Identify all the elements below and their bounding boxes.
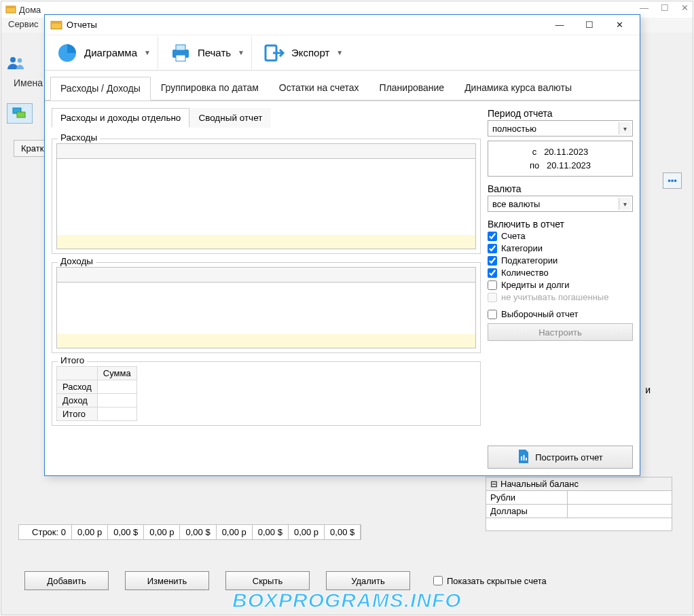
currency-label: Валюта (488, 183, 633, 194)
collapse-icon[interactable]: ⊟ (490, 479, 498, 489)
checkbox-label: Категории (501, 243, 543, 253)
to-label: по (530, 160, 539, 170)
export-button[interactable]: Экспорт ▼ (256, 37, 350, 69)
chevron-down-icon: ▾ (619, 122, 631, 134)
sub-tabbar: Расходы и доходы отдельно Сводный отчет (52, 108, 481, 128)
report-icon (517, 450, 530, 465)
bg-window-controls: — ☐ ✕ (640, 3, 689, 13)
balance-currency-label: Доллары (486, 505, 568, 518)
print-label: Печать (198, 47, 231, 58)
ribbon-toolbar: Диаграмма ▼ Печать ▼ Экспорт ▼ (45, 35, 640, 71)
totals-table: Сумма Расход Доход Итого (56, 366, 137, 421)
check-categories[interactable]: Категории (488, 243, 633, 253)
hide-button[interactable]: Скрыть (225, 571, 310, 590)
checkbox-input[interactable] (488, 310, 497, 319)
names-button[interactable]: Имена (7, 75, 50, 91)
checkbox-input[interactable] (488, 232, 497, 241)
check-quantity[interactable]: Количество (488, 268, 633, 278)
build-report-label: Построить отчет (535, 452, 603, 463)
svg-rect-9 (176, 45, 185, 50)
from-date: 20.11.2023 (544, 147, 588, 157)
selective-report-checkbox[interactable]: Выборочный отчет (488, 309, 633, 319)
main-tabbar: Расходы / Доходы Группировка по датам Ос… (45, 71, 640, 101)
tab-expenses-income[interactable]: Расходы / Доходы (50, 77, 151, 101)
checkbox-label: Подкатегории (501, 255, 558, 266)
checkbox-input[interactable] (433, 576, 443, 585)
bg-maximize-icon[interactable]: ☐ (661, 3, 669, 13)
export-label: Экспорт (291, 47, 329, 58)
chart-label: Диаграмма (84, 47, 137, 58)
income-legend: Доходы (58, 256, 96, 266)
svg-rect-13 (524, 455, 525, 460)
period-select[interactable]: полностью ▾ (488, 120, 633, 137)
tab-planning[interactable]: Планирование (369, 76, 455, 100)
grid-body (57, 283, 475, 348)
close-button[interactable]: ✕ (604, 16, 634, 35)
add-button[interactable]: Добавить (24, 571, 109, 590)
print-button[interactable]: Печать ▼ (162, 37, 252, 69)
bg-left-panel: Имена (7, 56, 50, 91)
subtab-separate[interactable]: Расходы и доходы отдельно (52, 108, 189, 128)
checkbox-input[interactable] (488, 280, 497, 290)
checkbox-input[interactable] (488, 244, 497, 253)
footer-cell: 0,00 $ (108, 525, 144, 539)
footer-cell: 0,00 $ (180, 525, 216, 539)
currency-select[interactable]: все валюты ▾ (488, 196, 633, 212)
summary-footer-grid: Строк: 0 0,00 р 0,00 $ 0,00 р 0,00 $ 0,0… (18, 524, 361, 540)
maximize-button[interactable]: ☐ (574, 16, 604, 35)
edit-button[interactable]: Изменить (125, 571, 209, 590)
checkbox-input[interactable] (488, 256, 497, 266)
income-grid[interactable] (56, 267, 476, 348)
tab-account-balances[interactable]: Остатки на счетах (269, 76, 369, 100)
side-fragment: и (645, 384, 651, 395)
reports-title: Отчеты (67, 20, 97, 30)
balance-currency-label: Рубли (486, 491, 568, 504)
chart-button[interactable]: Диаграмма ▼ (49, 37, 158, 69)
expenses-grid[interactable] (56, 143, 476, 249)
svg-point-2 (10, 57, 16, 62)
footer-cell: 0,00 р (144, 525, 180, 539)
period-value: полностью (492, 124, 536, 134)
period-label: Период отчета (488, 108, 633, 119)
menu-service[interactable]: Сервис (8, 19, 39, 29)
check-accounts[interactable]: Счета (488, 231, 633, 241)
bg-close-icon[interactable]: ✕ (681, 3, 689, 13)
view-mode-button[interactable] (7, 103, 33, 124)
bg-minimize-icon[interactable]: — (640, 3, 649, 13)
configure-button: Настроить (488, 323, 633, 341)
reports-window: Отчеты — ☐ ✕ Диаграмма ▼ Печать ▼ Экспор… (44, 14, 640, 476)
checkbox-input (488, 293, 497, 302)
check-subcategories[interactable]: Подкатегории (488, 255, 633, 266)
balance-row: Рубли (486, 491, 672, 505)
svg-rect-14 (526, 458, 527, 460)
more-button[interactable]: ••• (663, 173, 682, 189)
tab-group-by-date[interactable]: Группировка по датам (151, 76, 269, 100)
checkbox-label: Счета (501, 231, 526, 241)
chevron-down-icon: ▼ (238, 49, 244, 56)
totals-row-label: Расход (57, 380, 98, 394)
reports-titlebar: Отчеты — ☐ ✕ (45, 15, 640, 35)
reports-app-icon (50, 19, 62, 31)
people-icon[interactable] (7, 56, 50, 75)
include-checklist: Счета Категории Подкатегории Количество … (488, 231, 633, 302)
delete-button[interactable]: Удалить (326, 571, 410, 590)
grid-header (57, 268, 475, 283)
balance-value (568, 505, 576, 518)
footer-cell: 0,00 р (289, 525, 325, 539)
minimize-button[interactable]: — (545, 16, 574, 35)
subtab-summary[interactable]: Сводный отчет (189, 108, 271, 128)
balance-row: Доллары (486, 505, 672, 518)
chevron-down-icon: ▾ (619, 198, 631, 210)
pie-chart-icon (56, 41, 79, 65)
check-credits[interactable]: Кредиты и долги (488, 280, 633, 290)
totals-row-label: Доход (57, 394, 98, 407)
footer-cell: 0,00 $ (253, 525, 289, 539)
currency-value: все валюты (492, 199, 540, 209)
checkbox-input[interactable] (488, 268, 497, 278)
tab-currency-dynamics[interactable]: Динамика курса валюты (454, 76, 582, 100)
show-hidden-accounts-checkbox[interactable]: Показать скрытые счета (433, 576, 547, 586)
export-icon (263, 41, 286, 65)
build-report-button[interactable]: Построить отчет (488, 446, 633, 469)
checkbox-label: Показать скрытые счета (447, 576, 547, 586)
period-range-box: с 20.11.2023 по 20.11.2023 (488, 141, 633, 177)
